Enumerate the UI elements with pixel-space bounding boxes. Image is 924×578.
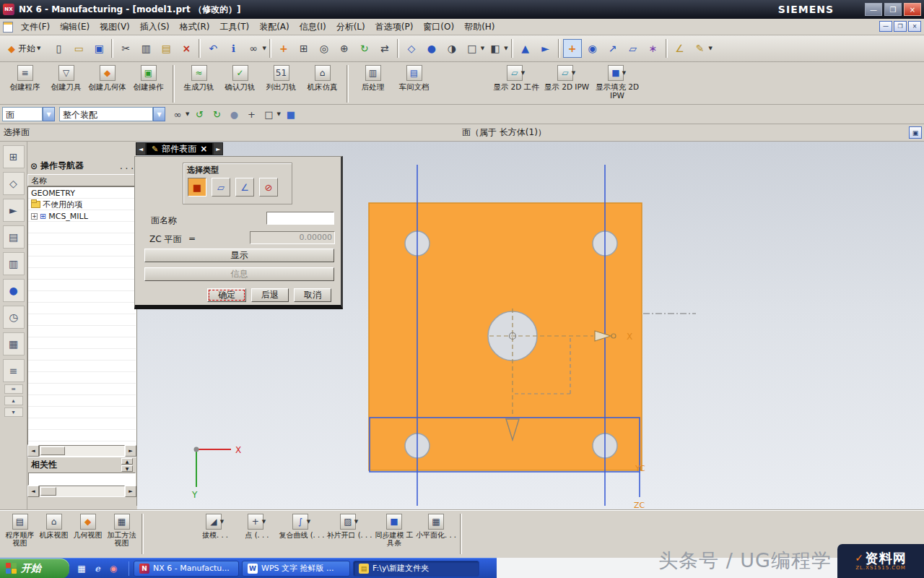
paste-icon[interactable]: ▤ [157, 39, 175, 58]
rectangle-select-icon[interactable]: □ [261, 106, 276, 122]
process-studio-icon[interactable]: ▦ [3, 332, 25, 355]
show-2d-ipw-button[interactable]: ▱ ▼ 显示 2D IPW [541, 64, 592, 91]
back-button[interactable]: 后退 [251, 288, 289, 302]
create-geometry-button[interactable]: ◆ 创建几何体 [87, 64, 128, 91]
plane-select-icon[interactable]: ▱ [212, 178, 230, 197]
dependencies-header[interactable]: 相关性 ▲ ▼ [27, 457, 136, 473]
shop-documentation-button[interactable]: ▤ 车间文档 [393, 64, 435, 91]
chevron-down-icon[interactable]: ▼ [262, 46, 266, 51]
web-browser-icon[interactable]: ● [3, 279, 25, 302]
scrollbar-track[interactable] [39, 486, 125, 497]
constraint-navigator-icon[interactable]: ◇ [3, 172, 25, 195]
shaded-cube-icon[interactable]: ■ [283, 106, 299, 122]
part-navigator-icon[interactable]: ► [3, 199, 25, 222]
maximize-button[interactable]: ❐ [884, 3, 902, 16]
tree-row-geometry[interactable]: GEOMETRY [28, 187, 136, 199]
redo-selection-icon[interactable]: ↻ [209, 106, 225, 122]
menu-edit[interactable]: 编辑(E) [55, 19, 95, 35]
media-player-icon[interactable]: ◉ [107, 562, 120, 575]
menu-tools[interactable]: 工具(T) [214, 19, 254, 35]
menu-assemblies[interactable]: 装配(A) [254, 19, 295, 35]
magnifier-icon[interactable]: ◎ [315, 39, 334, 58]
chevron-down-icon[interactable]: ▼ [709, 46, 712, 51]
synchronous-modeling-button[interactable]: ■ 同步建模 工具条 [373, 514, 415, 547]
assembly-navigator-icon[interactable]: ⊞ [3, 145, 25, 168]
plane-constructor-icon[interactable]: ▱ [624, 39, 642, 58]
new-part-icon[interactable]: ▯ [49, 39, 68, 58]
cancel-button[interactable]: 取消 [294, 288, 331, 302]
start-application-button[interactable]: ◆ 开始 ▼ [2, 40, 47, 57]
chevron-down-icon[interactable]: ▼ [521, 70, 525, 76]
wcs-dynamics-icon[interactable]: + [563, 39, 582, 58]
machine-simulation-button[interactable]: ⌂ 机床仿真 [302, 64, 343, 91]
dependencies-scrollbar[interactable]: ◄ ► [27, 486, 136, 497]
verify-toolpath-button[interactable]: ✓ 确认刀轨 [219, 64, 261, 91]
roles-icon[interactable]: ≡ [3, 359, 25, 382]
menu-view[interactable]: 视图(V) [95, 19, 135, 35]
show-2d-workpiece-button[interactable]: ▱ ▼ 显示 2D 工件 [491, 64, 541, 91]
navigator-horizontal-scrollbar[interactable]: ◄ ► [27, 445, 136, 457]
pointer-select-icon[interactable]: + [243, 106, 259, 122]
ok-button[interactable]: 确定 [207, 288, 246, 302]
prompt-options-icon[interactable]: ▣ [909, 126, 922, 139]
list-toolpath-button[interactable]: 51 列出刀轨 [261, 64, 302, 91]
chevron-down-icon[interactable]: ▼ [307, 519, 310, 525]
chevron-down-icon[interactable]: ▼ [572, 70, 575, 76]
chevron-down-icon[interactable]: ▼ [504, 46, 507, 51]
face-display-icon[interactable]: □ [463, 39, 481, 58]
show-filled-2d-ipw-button[interactable]: ■ ▼ 显示填充 2D IPW [592, 64, 642, 100]
selection-chain-icon[interactable]: ∞ [170, 106, 186, 122]
wireframe-view-icon[interactable]: ◑ [443, 39, 461, 58]
zc-plane-select-icon[interactable]: ∠ [235, 178, 254, 197]
face-select-icon[interactable]: ■ [188, 178, 206, 197]
scroll-left-icon[interactable]: ◄ [27, 486, 39, 497]
shaded-view-icon[interactable]: ● [422, 39, 441, 58]
undo-selection-icon[interactable]: ↺ [191, 106, 207, 122]
collapse-down-icon[interactable]: ▼ [121, 465, 133, 472]
show-desktop-icon[interactable]: ▦ [75, 562, 88, 575]
reuse-library-icon[interactable]: ▤ [3, 225, 25, 249]
scrollbar-thumb[interactable] [40, 447, 65, 455]
chevron-down-icon[interactable]: ▼ [622, 70, 626, 76]
chevron-down-icon[interactable]: ▼ [481, 46, 484, 51]
history-icon[interactable]: ◷ [3, 306, 25, 329]
rail-left-icon[interactable]: ◄ [136, 142, 146, 155]
type-filter-combo[interactable]: 面 ▼ [2, 107, 55, 121]
perspective-icon[interactable]: ◇ [402, 39, 421, 58]
command-finder-icon[interactable]: ℹ [224, 39, 243, 58]
internet-explorer-icon[interactable]: e [91, 562, 104, 575]
none-select-icon[interactable]: ⊘ [259, 178, 278, 197]
information-button[interactable]: 信息 [144, 267, 334, 281]
point-button[interactable]: +▼ 点 (. . . [236, 514, 278, 539]
chevron-down-icon[interactable]: ▼ [220, 519, 224, 525]
sphere-select-icon[interactable]: ● [226, 106, 242, 122]
delete-icon[interactable]: × [177, 39, 196, 58]
pin-icon[interactable]: ⊙ [30, 161, 38, 171]
patch-opening-button[interactable]: ▨▼ 补片开口 (. . . [326, 514, 373, 539]
open-icon[interactable]: ▭ [69, 39, 88, 58]
chevron-down-icon[interactable]: ▼ [153, 107, 165, 121]
composite-curve-button[interactable]: ∫▼ 复合曲线 (. . . [278, 514, 326, 539]
chevron-down-icon[interactable]: ▼ [186, 111, 189, 117]
program-order-view-button[interactable]: ▤ 程序顺序视图 [3, 514, 37, 547]
dialog-tab-part-surface[interactable]: ✎ 部件表面 × [146, 142, 213, 155]
mdi-restore-button[interactable]: ❐ [894, 21, 907, 32]
orient-view-trimetric-icon[interactable]: ▲ [516, 39, 535, 58]
snap-point-icon[interactable]: ∗ [644, 39, 663, 58]
copy-icon[interactable]: ▥ [136, 39, 155, 58]
dialog-close-icon[interactable]: × [200, 144, 207, 154]
menu-file[interactable]: 文件(F) [16, 19, 55, 35]
menu-preferences[interactable]: 首选项(P) [370, 19, 419, 35]
menu-insert[interactable]: 插入(S) [135, 19, 175, 35]
scrollbar-thumb[interactable] [40, 487, 56, 496]
scroll-left-icon[interactable]: ◄ [27, 445, 39, 457]
tree-row-unused-items[interactable]: 不使用的项 [28, 199, 136, 210]
menu-information[interactable]: 信息(I) [295, 19, 331, 35]
view-glasses-icon[interactable]: ∞ [244, 39, 263, 58]
zoom-in-out-icon[interactable]: ⊕ [335, 39, 354, 58]
menu-window[interactable]: 窗口(O) [418, 19, 459, 35]
orient-view-front-icon[interactable]: ► [536, 39, 555, 58]
point-constructor-icon[interactable]: ◉ [583, 39, 602, 58]
background-icon[interactable]: ◧ [486, 39, 505, 58]
create-program-button[interactable]: ≡ 创建程序 [4, 64, 45, 91]
